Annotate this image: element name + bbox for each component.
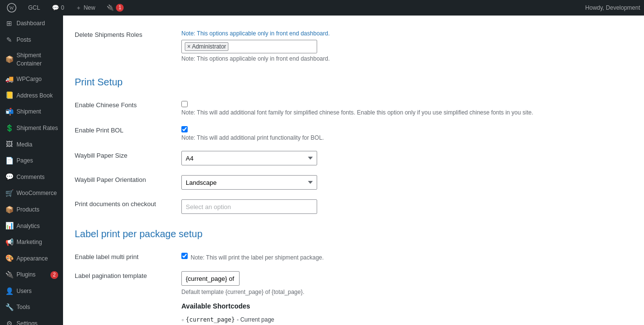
chinese-fonts-label: Enable Chinese Fonts [75,96,181,121]
shortcodes-title: Available Shortcodes [181,302,632,310]
print-setup-section: Print Setup Enable Chinese Fonts Note: T… [75,77,632,219]
sidebar-label-shipment-rates: Shipment Rates [16,124,58,132]
sidebar-item-pages[interactable]: 📄 Pages [0,153,63,169]
sidebar-item-address-book[interactable]: 📒 Address Book [0,87,63,104]
pagination-template-input[interactable] [181,271,240,286]
pages-icon: 📄 [5,156,14,166]
shortcode-current-page-code: {current_page} [186,316,235,323]
sidebar-label-posts: Posts [16,36,58,44]
label-print-table: Enable label multi print Note: This will… [75,247,632,325]
sidebar-label-address-book: Address Book [16,92,58,100]
comment-count: 0 [61,4,64,11]
waybill-orientation-field: Landscape Portrait [181,170,632,195]
waybill-size-row: Waybill Paper Size A4 A5 Letter Legal [75,146,632,170]
delete-roles-note1: Note: This options applicable only in fr… [181,30,632,37]
settings-icon: ⚙ [5,319,14,325]
chinese-fonts-field: Note: This will add additional font fami… [181,96,632,121]
sidebar-label-products: Products [16,206,58,214]
administrator-tag[interactable]: × Administrator [185,42,228,51]
waybill-orientation-row: Waybill Paper Orientation Landscape Port… [75,170,632,195]
appearance-icon: 🎨 [5,254,14,263]
print-setup-title: Print Setup [75,77,632,88]
sidebar-label-dashboard: Dashboard [16,19,58,28]
sidebar-item-wpcargo[interactable]: 🚚 WPCargo [0,71,63,88]
comment-item[interactable]: 💬 0 [49,0,67,16]
wp-logo-icon: W [7,3,16,13]
sidebar-item-posts[interactable]: ✎ Posts [0,32,63,49]
admin-bar-left: W GCL 💬 0 ＋ New 🔌 1 [4,0,585,16]
sidebar-item-users[interactable]: 👤 Users [0,283,63,300]
site-name-item[interactable]: GCL [25,0,43,16]
sidebar-label-wpcargo: WPCargo [16,75,58,83]
waybill-size-field: A4 A5 Letter Legal [181,146,632,170]
address-book-icon: 📒 [5,91,14,100]
sidebar-item-analytics[interactable]: 📊 Analytics [0,218,63,234]
sidebar-item-settings[interactable]: ⚙ Settings [0,316,63,325]
sidebar-item-products[interactable]: 📦 Products [0,202,63,218]
print-bol-checkbox[interactable] [181,126,188,132]
shortcode-list: {current_page} - Current page {total_pag… [181,315,632,325]
sidebar: ⊞ Dashboard ✎ Posts 📦 Shipment Container… [0,16,63,325]
users-icon: 👤 [5,287,14,296]
plugin-badge: 1 [116,4,124,12]
sidebar-item-plugins[interactable]: 🔌 Plugins 2 [0,267,63,283]
sidebar-label-users: Users [16,287,58,295]
label-multi-print-row: Enable label multi print Note: This will… [75,247,632,266]
sidebar-label-media: Media [16,141,58,149]
pagination-template-row: Label pagination template Default templa… [75,266,632,325]
delete-roles-tag-input[interactable]: × Administrator [181,40,317,53]
label-multi-print-checkbox[interactable] [181,253,188,259]
tag-label: × Administrator [187,43,226,50]
print-checkout-field [181,195,632,219]
sidebar-item-marketing[interactable]: 📢 Marketing [0,234,63,251]
layout: ⊞ Dashboard ✎ Posts 📦 Shipment Container… [0,16,644,325]
shortcode-item-current-page: {current_page} - Current page [181,315,632,325]
print-bol-label: Enable Print BOL [75,121,181,146]
label-multi-print-label: Enable label multi print [75,247,181,266]
pagination-default-note: Default template {current_page} of {tota… [181,289,632,295]
waybill-size-select[interactable]: A4 A5 Letter Legal [181,151,317,165]
shipment-container-icon: 📦 [5,55,14,65]
sidebar-item-shipment-container[interactable]: 📦 Shipment Container [0,48,63,71]
wp-logo-item[interactable]: W [4,0,19,16]
print-checkout-input[interactable] [181,199,317,214]
pagination-template-label: Label pagination template [75,266,181,325]
delete-shipment-roles-row: Delete Shipments Roles Note: This option… [75,25,632,67]
site-name: GCL [28,4,40,11]
new-item[interactable]: ＋ New [73,0,98,16]
howdy-text: Howdy, Development [585,4,640,11]
print-bol-note: Note: This will add additional print fun… [181,134,632,141]
sidebar-label-analytics: Analytics [16,222,58,230]
sidebar-item-woocommerce[interactable]: 🛒 WooCommerce [0,185,63,202]
sidebar-label-comments: Comments [16,173,58,181]
sidebar-item-comments[interactable]: 💬 Comments [0,169,63,185]
sidebar-item-shipment[interactable]: 📬 Shipment [0,104,63,120]
sidebar-item-media[interactable]: 🖼 Media [0,136,63,153]
shipment-rates-icon: 💲 [5,124,14,133]
plugin-update-item[interactable]: 🔌 1 [104,0,127,16]
chinese-fonts-checkbox-row [181,100,632,107]
label-print-section: Label print per package setup Enable lab… [75,228,632,325]
print-bol-field: Note: This will add additional print fun… [181,121,632,146]
plugins-badge: 2 [50,271,58,279]
sidebar-item-shipment-rates[interactable]: 💲 Shipment Rates [0,120,63,137]
delete-shipment-roles-field: Note: This options applicable only in fr… [181,25,632,67]
chinese-fonts-row: Enable Chinese Fonts Note: This will add… [75,96,632,121]
products-icon: 📦 [5,205,14,215]
woocommerce-icon: 🛒 [5,189,14,198]
waybill-orientation-select[interactable]: Landscape Portrait [181,175,317,190]
label-multi-print-note: Note: This will print the label per ship… [191,254,324,261]
comments-icon: 💬 [5,172,14,182]
posts-icon: ✎ [5,35,14,45]
wpcargo-icon: 🚚 [5,75,14,84]
sidebar-item-tools[interactable]: 🔧 Tools [0,299,63,316]
chinese-fonts-checkbox[interactable] [181,101,188,107]
print-bol-checkbox-row [181,126,632,132]
sidebar-item-dashboard[interactable]: ⊞ Dashboard [0,16,63,32]
tools-icon: 🔧 [5,303,14,312]
delete-roles-note2: Note: This options applicable only in fr… [181,55,632,62]
admin-bar: W GCL 💬 0 ＋ New 🔌 1 Howdy, Development [0,0,644,16]
print-checkout-row: Print documents on checkout [75,195,632,219]
waybill-orientation-label: Waybill Paper Orientation [75,170,181,195]
sidebar-item-appearance[interactable]: 🎨 Appearance [0,250,63,267]
